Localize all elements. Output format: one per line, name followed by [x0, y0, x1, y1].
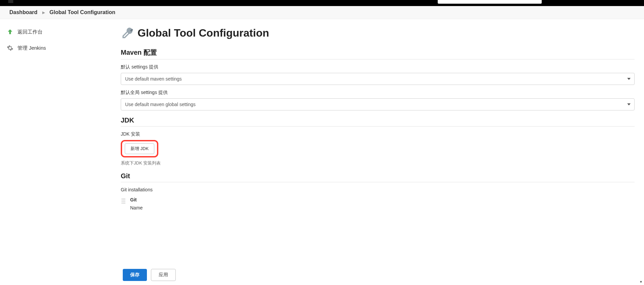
git-install-entry: Git Name [121, 197, 635, 210]
sidebar-item-back[interactable]: 返回工作台 [6, 26, 108, 38]
arrow-up-icon [7, 29, 13, 35]
jdk-install-label: JDK 安装 [121, 131, 635, 137]
main-content: Global Tool Configuration Maven 配置 默认 se… [114, 19, 644, 244]
page-title-text: Global Tool Configuration [138, 27, 269, 39]
svg-point-2 [123, 199, 124, 200]
svg-point-7 [122, 203, 123, 204]
drag-handle-icon[interactable] [121, 198, 126, 204]
sidebar-item-label: 管理 Jenkins [17, 45, 46, 51]
add-jdk-button[interactable]: 新增 JDK [125, 143, 154, 154]
jdk-helper-text: 系统下JDK 安装列表 [121, 160, 635, 166]
chevron-right-icon: ▶ [42, 10, 45, 15]
svg-point-5 [123, 201, 124, 202]
section-heading-jdk: JDK [121, 116, 635, 127]
svg-point-1 [122, 199, 123, 200]
breadcrumb: Dashboard ▶ Global Tool Configuration [0, 6, 644, 19]
svg-point-4 [122, 201, 123, 202]
breadcrumb-current[interactable]: Global Tool Configuration [50, 9, 115, 15]
maven-global-settings-select[interactable]: Use default maven global settings [121, 98, 635, 110]
svg-point-6 [124, 201, 125, 202]
search-input[interactable] [438, 0, 542, 4]
section-heading-git: Git [121, 172, 635, 182]
breadcrumb-dashboard[interactable]: Dashboard [9, 9, 38, 15]
wrench-screwdriver-icon [121, 26, 135, 40]
svg-point-9 [124, 203, 125, 204]
jenkins-logo-icon [7, 0, 15, 5]
svg-rect-0 [8, 0, 13, 3]
gear-icon [7, 45, 13, 51]
page-title: Global Tool Configuration [121, 26, 635, 40]
maven-global-settings-label: 默认全局 settings 提供 [121, 90, 635, 96]
git-entry-title: Git [130, 197, 143, 202]
maven-settings-select[interactable]: Use default maven settings [121, 73, 635, 85]
sidebar: 返回工作台 管理 Jenkins [0, 19, 114, 244]
section-heading-maven: Maven 配置 [121, 48, 635, 59]
sidebar-item-manage[interactable]: 管理 Jenkins [6, 42, 108, 54]
top-header-bar [0, 0, 644, 6]
sidebar-item-label: 返回工作台 [17, 29, 43, 35]
git-name-label: Name [130, 205, 143, 210]
svg-point-8 [123, 203, 124, 204]
maven-settings-label: 默认 settings 提供 [121, 64, 635, 70]
git-installations-label: Git installations [121, 187, 635, 192]
svg-point-3 [124, 199, 125, 200]
annotation-highlight: 新增 JDK [121, 140, 158, 157]
